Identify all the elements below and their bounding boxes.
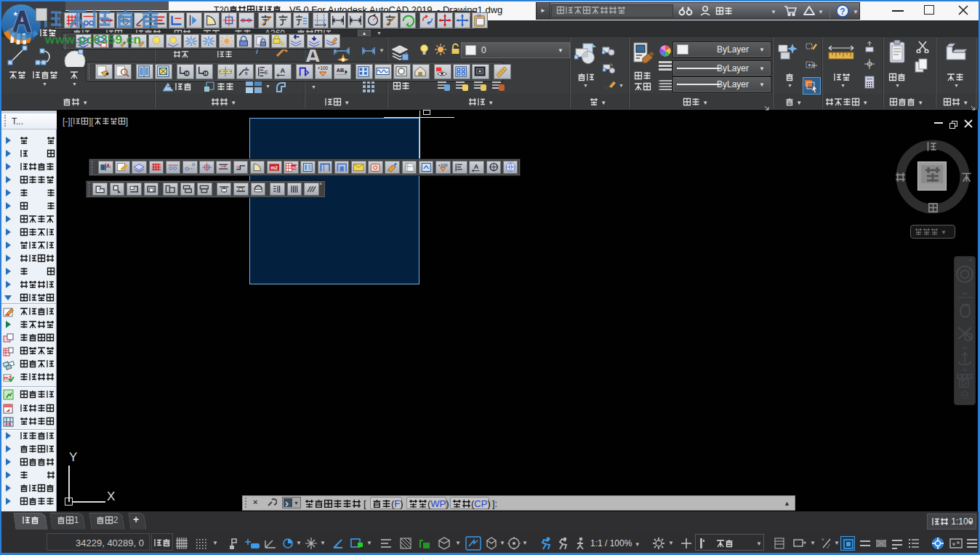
svg-text:+100: +100 [438, 163, 449, 167]
svg-text:m2: m2 [292, 165, 297, 169]
svg-text:°: ° [822, 538, 824, 545]
svg-text:∕: ∕ [827, 543, 830, 550]
svg-text:?: ? [840, 7, 845, 17]
svg-text:+100: +100 [318, 65, 329, 71]
svg-text:A: A [280, 67, 285, 74]
svg-text:E: E [265, 69, 268, 76]
svg-text:AB: AB [337, 67, 344, 73]
svg-text:m2: m2 [270, 165, 278, 170]
svg-text:B: B [245, 71, 248, 76]
svg-text:A: A [474, 163, 478, 170]
svg-text:A: A [245, 66, 248, 71]
